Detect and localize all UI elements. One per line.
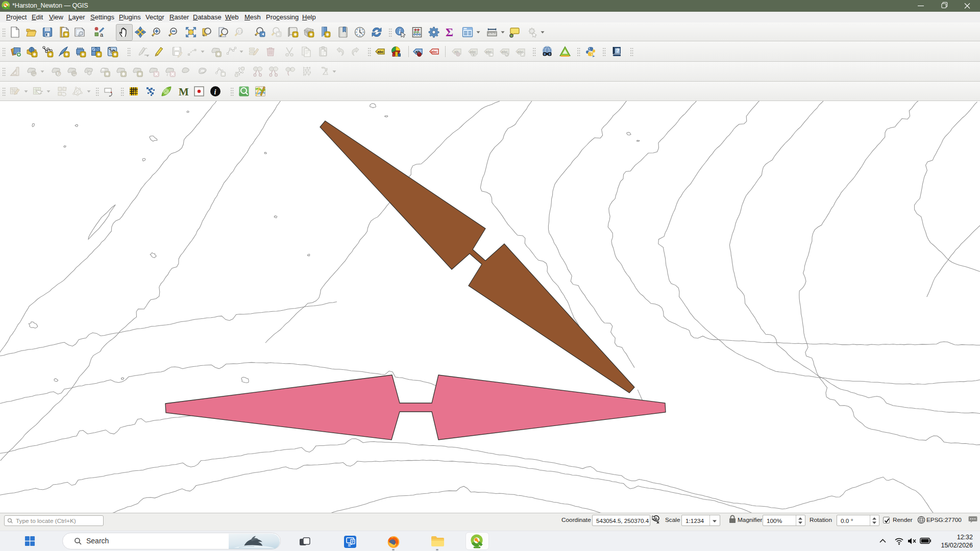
- svg-text:→: →: [32, 71, 37, 77]
- svg-text:abc: abc: [470, 50, 476, 54]
- svg-text:Σ: Σ: [446, 26, 453, 38]
- svg-text:a: a: [100, 32, 104, 38]
- svg-text:M: M: [179, 86, 189, 98]
- svg-text:↔: ↔: [72, 71, 77, 77]
- svg-text:abc: abc: [431, 50, 437, 54]
- svg-text:↻: ↻: [57, 71, 61, 77]
- svg-text:1:1: 1:1: [238, 30, 242, 33]
- svg-text:?: ?: [616, 48, 619, 54]
- svg-text:abc: abc: [378, 50, 384, 54]
- svg-text:i: i: [214, 88, 216, 96]
